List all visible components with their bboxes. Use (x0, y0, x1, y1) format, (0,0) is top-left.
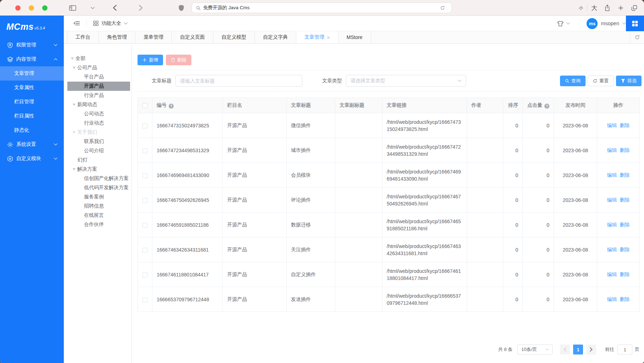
edit-link[interactable]: 编辑 (607, 271, 617, 277)
page-size-select[interactable]: 10条/页 (517, 345, 553, 354)
row-checkbox[interactable] (142, 148, 147, 153)
expander-caret-icon[interactable] (73, 131, 75, 133)
theme-switcher[interactable] (557, 21, 570, 27)
tab-item[interactable]: 工作台 (67, 31, 99, 43)
expander-caret-icon[interactable] (73, 168, 75, 170)
title-filter-input[interactable] (175, 75, 302, 87)
help-icon[interactable]: ? (169, 104, 174, 109)
close-tab-icon[interactable]: × (327, 35, 330, 40)
delete-link[interactable]: 删除 (620, 197, 630, 203)
tree-node-selected[interactable]: 开源产品 (67, 82, 130, 91)
privacy-report-button[interactable] (178, 0, 184, 16)
edit-link[interactable]: 编辑 (607, 147, 617, 153)
forward-button[interactable] (139, 0, 143, 16)
tree-node[interactable]: 关于我们 (64, 128, 131, 137)
type-filter-select[interactable]: 请选择文章类型 (346, 75, 466, 87)
tree-node[interactable]: 公司介绍 (64, 146, 131, 155)
tree-node[interactable]: 公司产品 (64, 63, 131, 72)
sidebar-group[interactable]: 权限管理 (0, 38, 64, 52)
tab-item[interactable]: 菜单管理 (135, 31, 172, 43)
tree-node[interactable]: 新闻动态 (64, 100, 131, 109)
refresh-tab-button[interactable] (630, 31, 644, 43)
sidebar-item[interactable]: 静态化 (0, 123, 64, 137)
row-checkbox[interactable] (142, 198, 147, 203)
tab-item[interactable]: 自定义模型 (213, 31, 255, 43)
tree-node[interactable]: 服务案例 (64, 192, 131, 202)
page-number-button[interactable]: 1 (573, 345, 583, 354)
delete-link[interactable]: 删除 (620, 172, 630, 178)
delete-link[interactable]: 删除 (620, 247, 630, 252)
tab-overview-button[interactable] (631, 0, 637, 16)
row-checkbox[interactable] (142, 173, 147, 178)
reload-page-icon[interactable] (440, 6, 445, 10)
expander-caret-icon[interactable] (73, 67, 75, 69)
tree-node[interactable]: 解决方案 (64, 165, 131, 174)
tab-item-active[interactable]: 文章管理× (296, 31, 338, 43)
decrease-text-size-button[interactable]: 小 (579, 0, 583, 16)
delete-link[interactable]: 删除 (620, 122, 630, 128)
back-button[interactable] (113, 0, 117, 16)
search-button[interactable]: 查询 (560, 76, 586, 86)
tree-node[interactable]: 幻灯 (64, 155, 131, 165)
close-window-button[interactable] (15, 5, 21, 11)
filter-button[interactable]: 筛选 (616, 76, 642, 86)
toggle-sidebar-button[interactable] (69, 0, 77, 16)
edit-link[interactable]: 编辑 (607, 247, 617, 252)
sidebar-group[interactable]: 系统设置 (0, 137, 64, 152)
tab-item[interactable]: 自定义字典 (255, 31, 296, 43)
tab-item[interactable]: 角色管理 (99, 31, 135, 43)
app-menu-trigger[interactable]: 功能大全 (93, 20, 128, 27)
expander-caret-icon[interactable] (73, 104, 75, 106)
sidebar-item[interactable]: 栏目管理 (0, 95, 64, 109)
edit-link[interactable]: 编辑 (607, 122, 617, 128)
tree-node[interactable]: 公司动态 (64, 109, 131, 119)
tree-node[interactable]: 招聘信息 (64, 202, 131, 211)
select-all-checkbox[interactable] (142, 103, 147, 108)
tree-node[interactable]: 平台产品 (64, 72, 131, 82)
edit-link[interactable]: 编辑 (607, 222, 617, 227)
sidebar-group[interactable]: 自定义模块 (0, 152, 64, 166)
tree-node[interactable]: 合作伙伴 (64, 220, 131, 229)
next-page-button[interactable] (586, 345, 596, 354)
tree-node[interactable]: 行业动态 (64, 119, 131, 128)
apps-launcher-button[interactable] (626, 16, 644, 31)
row-checkbox[interactable] (142, 297, 147, 302)
help-icon[interactable]: ? (544, 104, 549, 109)
tree-node[interactable]: 在线留言 (64, 211, 131, 220)
tree-node[interactable]: 全部 (64, 54, 131, 63)
row-checkbox[interactable] (142, 273, 147, 277)
delete-link[interactable]: 删除 (620, 222, 630, 227)
sidebar-item[interactable]: 文章属性 (0, 81, 64, 95)
prev-page-button[interactable] (560, 345, 570, 354)
increase-text-size-button[interactable]: 大 (591, 0, 597, 16)
zoom-window-button[interactable] (42, 5, 47, 11)
tab-item[interactable]: 自定义页面 (172, 31, 213, 43)
edit-link[interactable]: 编辑 (607, 197, 617, 203)
row-checkbox[interactable] (142, 123, 147, 128)
expander-caret-icon[interactable] (71, 57, 74, 60)
sidebar-item-active[interactable]: 文章管理 (0, 66, 64, 81)
delete-link[interactable]: 删除 (620, 271, 630, 277)
sidebar-menu-chevron[interactable] (91, 0, 95, 16)
tree-node[interactable]: 信创国产化解决方案 (64, 174, 131, 183)
new-tab-button[interactable] (618, 0, 623, 16)
row-checkbox[interactable] (142, 248, 147, 253)
tree-node[interactable]: 低代码开发解决方案 (64, 183, 131, 192)
tree-node[interactable]: 行业产品 (64, 91, 131, 100)
tree-node[interactable]: 联系我们 (64, 137, 131, 146)
delete-button[interactable]: 删除 (166, 55, 191, 65)
delete-link[interactable]: 删除 (620, 296, 630, 302)
reset-button[interactable]: 重置 (588, 76, 614, 86)
add-button[interactable]: 新增 (138, 55, 163, 65)
collapse-sidebar-button[interactable] (73, 21, 80, 26)
user-menu[interactable]: ms msopen (587, 18, 626, 29)
address-bar[interactable]: 免费开源的 Java Cms (191, 2, 452, 13)
sidebar-group[interactable]: 内容管理 (0, 52, 64, 66)
delete-link[interactable]: 删除 (620, 147, 630, 153)
edit-link[interactable]: 编辑 (607, 296, 617, 302)
tab-item[interactable]: MStore (338, 31, 371, 43)
edit-link[interactable]: 编辑 (607, 172, 617, 178)
share-button[interactable] (604, 0, 610, 16)
sidebar-item[interactable]: 栏目属性 (0, 109, 64, 123)
goto-page-input[interactable] (617, 345, 632, 354)
